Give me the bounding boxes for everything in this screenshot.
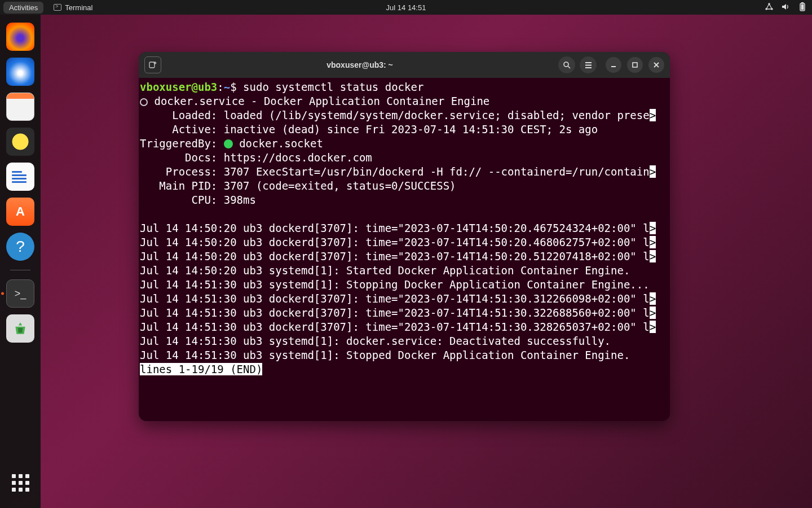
maximize-button[interactable] bbox=[627, 57, 643, 73]
dock: ? >_ bbox=[0, 15, 41, 508]
loaded-line: Loaded: loaded (/lib/systemd/system/dock… bbox=[140, 109, 650, 121]
clock[interactable]: Jul 14 14:51 bbox=[386, 3, 426, 12]
svg-rect-5 bbox=[801, 4, 804, 10]
service-header: docker.service - Docker Application Cont… bbox=[154, 95, 489, 107]
close-button[interactable] bbox=[648, 57, 664, 73]
dock-app-firefox[interactable] bbox=[6, 23, 34, 51]
dock-app-software[interactable] bbox=[6, 198, 34, 226]
system-tray bbox=[765, 2, 806, 13]
svg-point-7 bbox=[564, 62, 568, 67]
terminal-body[interactable]: vboxuser@ub3:~$ sudo systemctl status do… bbox=[139, 78, 670, 421]
battery-icon[interactable] bbox=[798, 2, 806, 13]
dock-separator bbox=[10, 270, 30, 270]
log-lines: Jul 14 14:50:20 ub3 dockerd[3707]: time=… bbox=[140, 222, 656, 361]
mainpid-line: Main PID: 3707 (code=exited, status=0/SU… bbox=[140, 179, 456, 192]
window-controls bbox=[606, 57, 664, 73]
search-button[interactable] bbox=[558, 56, 575, 73]
dock-app-terminal[interactable]: >_ bbox=[6, 279, 34, 308]
terminal-window: vboxuser@ub3: ~ vboxuser@ub3:~$ sudo sys… bbox=[139, 52, 670, 421]
activities-button[interactable]: Activities bbox=[3, 2, 43, 14]
active-line: Active: inactive (dead) since Fri 2023-0… bbox=[140, 123, 598, 135]
dock-app-help[interactable]: ? bbox=[6, 233, 34, 261]
show-applications-button[interactable] bbox=[6, 468, 34, 497]
app-menu-label: Terminal bbox=[65, 3, 92, 12]
volume-icon[interactable] bbox=[782, 3, 791, 12]
docs-line: Docs: https://docs.docker.com bbox=[140, 151, 372, 164]
top-bar: Activities Terminal Jul 14 14:51 bbox=[0, 0, 812, 15]
dock-app-thunderbird[interactable] bbox=[6, 58, 34, 86]
truncation-marker: > bbox=[650, 109, 656, 121]
dock-app-writer[interactable] bbox=[6, 163, 34, 191]
cpu-line: CPU: 398ms bbox=[140, 194, 256, 206]
truncation-marker: > bbox=[650, 165, 656, 178]
minimize-button[interactable] bbox=[606, 57, 621, 73]
svg-rect-4 bbox=[801, 2, 804, 3]
triggeredby-label: TriggeredBy: bbox=[140, 137, 224, 150]
pager-status: lines 1-19/19 (END) bbox=[140, 363, 262, 375]
dock-app-files[interactable] bbox=[6, 93, 34, 121]
dock-app-rhythmbox[interactable] bbox=[6, 128, 34, 156]
triggeredby-value: docker.socket bbox=[233, 137, 323, 150]
dock-app-trash[interactable] bbox=[6, 314, 34, 343]
command-text: sudo systemctl status docker bbox=[243, 81, 423, 93]
status-dot-green-icon bbox=[224, 139, 233, 148]
prompt-sep1: : bbox=[217, 81, 223, 93]
prompt-path: ~ bbox=[224, 81, 230, 93]
process-line: Process: 3707 ExecStart=/usr/bin/dockerd… bbox=[140, 165, 650, 178]
terminal-titlebar[interactable]: vboxuser@ub3: ~ bbox=[139, 52, 670, 78]
new-tab-button[interactable] bbox=[144, 56, 161, 73]
prompt-sep2: $ bbox=[230, 81, 243, 93]
prompt-user: vboxuser@ub3 bbox=[140, 81, 217, 93]
menu-button[interactable] bbox=[580, 56, 597, 73]
window-title: vboxuser@ub3: ~ bbox=[166, 60, 554, 69]
status-circle-icon bbox=[140, 98, 148, 106]
network-icon[interactable] bbox=[765, 3, 774, 12]
app-menu[interactable]: Terminal bbox=[54, 3, 92, 12]
svg-rect-8 bbox=[633, 63, 637, 67]
terminal-icon bbox=[54, 4, 61, 11]
